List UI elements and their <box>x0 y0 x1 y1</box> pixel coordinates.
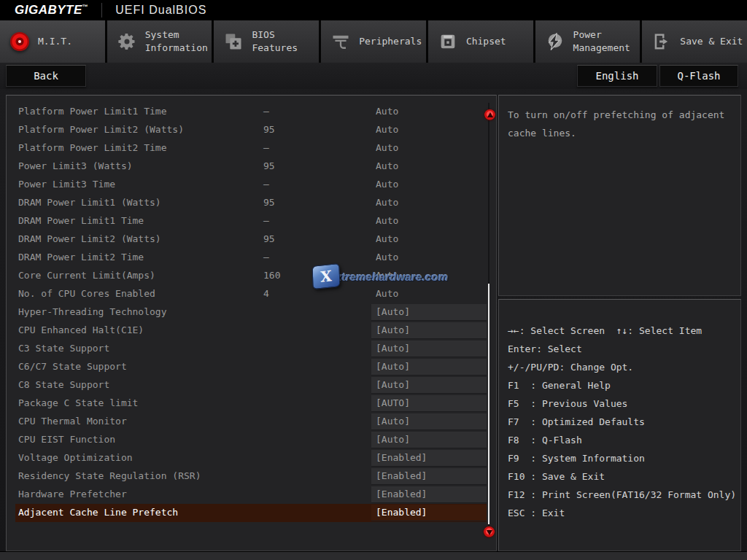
title-bar: GIGABYTE™ UEFI DualBIOS <box>0 0 747 20</box>
language-button[interactable]: English <box>577 65 657 87</box>
settings-row[interactable]: C8 State Support [Auto] <box>15 376 487 394</box>
setting-label: Power Limit3 Time <box>18 179 115 190</box>
shortcut-line: F7 : Optimized Defaults <box>508 413 740 431</box>
tab-save-exit[interactable]: Save & Exit <box>642 20 747 63</box>
tab-power-management[interactable]: Power Management <box>535 20 640 63</box>
help-panel: To turn on/off prefetching of adjacent c… <box>498 95 741 296</box>
titlebar-divider <box>101 3 102 18</box>
setting-label: Platform Power Limit2 (Watts) <box>18 124 184 135</box>
peripherals-icon <box>330 31 352 52</box>
tab-peripherals[interactable]: Peripherals <box>321 20 426 63</box>
settings-list: Platform Power Limit1 Time – Auto Platfo… <box>15 103 487 522</box>
setting-label: Hyper-Threading Technology <box>18 306 167 317</box>
setting-value-auto: Auto <box>376 215 398 226</box>
shortcut-line: F8 : Q-Flash <box>508 431 740 449</box>
lightning-icon <box>544 31 566 52</box>
settings-row[interactable]: C6/C7 State Support [Auto] <box>15 358 487 376</box>
settings-row[interactable]: CPU EIST Function [Auto] <box>15 431 487 449</box>
settings-row[interactable]: Platform Power Limit2 (Watts) 95 Auto <box>15 121 487 139</box>
settings-row[interactable]: Package C State limit [AUTO] <box>15 394 487 413</box>
setting-value-auto: Auto <box>376 142 398 153</box>
setting-label: Platform Power Limit2 Time <box>18 142 167 153</box>
settings-row[interactable]: DRAM Power Limit1 Time – Auto <box>15 212 487 230</box>
setting-value-boxed: [Auto] <box>371 413 487 430</box>
settings-row[interactable]: CPU Thermal Monitor [Auto] <box>15 413 487 431</box>
setting-value-auto: Auto <box>376 197 398 208</box>
setting-label: DRAM Power Limit2 (Watts) <box>18 233 161 244</box>
settings-row[interactable]: Platform Power Limit2 Time – Auto <box>15 139 487 158</box>
shortcut-line: →←: Select Screen ↑↓: Select Item <box>508 322 740 340</box>
scrollbar-thumb[interactable] <box>488 284 489 524</box>
gear-icon <box>116 31 138 52</box>
tab-chipset[interactable]: Chipset <box>428 20 533 63</box>
settings-row[interactable]: Voltage Optimization [Enabled] <box>15 449 487 467</box>
tab-label: Power Management <box>573 28 640 54</box>
bottom-strip <box>0 551 747 560</box>
tab-mit[interactable]: M.I.T. <box>0 20 105 63</box>
setting-value-mid: – <box>263 142 269 153</box>
setting-value-mid: 95 <box>263 197 275 208</box>
setting-label: DRAM Power Limit2 Time <box>18 252 144 262</box>
setting-label: CPU Enhanced Halt(C1E) <box>18 324 144 335</box>
setting-value-boxed: [Enabled] <box>371 450 487 467</box>
setting-value-boxed: [Auto] <box>371 304 487 321</box>
settings-row[interactable]: C3 State Support [Auto] <box>15 340 487 358</box>
qflash-button[interactable]: Q-Flash <box>659 65 738 87</box>
brand-text: GIGABYTE <box>15 3 82 17</box>
setting-value-mid: 95 <box>263 124 275 135</box>
setting-value-boxed: [Enabled] <box>371 468 487 485</box>
tab-label: Peripherals <box>359 35 422 48</box>
shortcut-line: F1 : General Help <box>508 376 740 394</box>
back-button[interactable]: Back <box>6 65 86 87</box>
setting-label: Residency State Regulation (RSR) <box>18 470 201 481</box>
tab-label: M.I.T. <box>38 35 72 48</box>
shortcut-line: ESC : Exit <box>508 504 740 522</box>
setting-label: Voltage Optimization <box>18 452 133 463</box>
tab-label: Save & Exit <box>680 35 743 48</box>
scroll-down-icon[interactable] <box>484 526 495 537</box>
tab-label: System Information <box>145 28 212 54</box>
shortcut-line: F5 : Previous Values <box>508 394 740 413</box>
setting-value-mid: – <box>263 252 269 262</box>
setting-value-mid: – <box>263 179 269 190</box>
settings-row[interactable]: Hardware Prefetcher [Enabled] <box>15 486 487 504</box>
chipset-icon <box>437 31 459 52</box>
help-text: To turn on/off prefetching of adjacent c… <box>508 106 727 142</box>
settings-row[interactable]: Hyper-Threading Technology [Auto] <box>15 303 487 322</box>
settings-row[interactable]: DRAM Power Limit2 (Watts) 95 Auto <box>15 230 487 249</box>
tab-bar: M.I.T. System Information BIOS Features … <box>0 20 747 63</box>
settings-row[interactable]: Adjacent Cache Line Prefetch [Enabled] <box>15 504 487 522</box>
settings-row[interactable]: Platform Power Limit1 Time – Auto <box>15 103 487 121</box>
bios-title: UEFI DualBIOS <box>115 4 206 17</box>
tab-system-information[interactable]: System Information <box>107 20 212 63</box>
bios-screen: GIGABYTE™ UEFI DualBIOS M.I.T. System In… <box>0 0 747 560</box>
mit-red-dot-icon <box>9 31 31 52</box>
setting-label: C3 State Support <box>18 343 109 354</box>
watermark-text: xtremehardware.com <box>336 271 449 283</box>
setting-label: DRAM Power Limit1 Time <box>18 215 144 226</box>
setting-value-mid: 160 <box>263 270 280 281</box>
scroll-up-icon[interactable] <box>484 109 495 120</box>
setting-value-mid: – <box>263 106 269 117</box>
setting-value-boxed: [AUTO] <box>371 395 487 412</box>
settings-row[interactable]: Power Limit3 (Watts) 95 Auto <box>15 158 487 176</box>
setting-label: C8 State Support <box>18 379 109 390</box>
settings-row[interactable]: DRAM Power Limit1 (Watts) 95 Auto <box>15 194 487 212</box>
tab-label: BIOS Features <box>252 28 319 54</box>
brand-trademark: ™ <box>82 4 89 10</box>
setting-value-auto: Auto <box>376 106 398 117</box>
settings-row[interactable]: CPU Enhanced Halt(C1E) [Auto] <box>15 322 487 340</box>
shortcut-line: +/-/PU/PD: Change Opt. <box>508 358 740 376</box>
setting-value-boxed: [Auto] <box>371 377 487 394</box>
setting-value-mid: – <box>263 215 269 226</box>
setting-label: C6/C7 State Support <box>18 361 127 372</box>
settings-row[interactable]: Residency State Regulation (RSR) [Enable… <box>15 467 487 486</box>
settings-row[interactable]: Power Limit3 Time – Auto <box>15 176 487 194</box>
tab-bios-features[interactable]: BIOS Features <box>214 20 319 63</box>
settings-panel: Platform Power Limit1 Time – Auto Platfo… <box>6 95 497 551</box>
gigabyte-logo: GIGABYTE™ <box>0 3 88 18</box>
shortcuts-panel: →←: Select Screen ↑↓: Select Item Enter:… <box>498 299 741 551</box>
scrollbar[interactable] <box>488 103 489 526</box>
watermark-x-icon: X <box>312 263 341 289</box>
setting-value-mid: 95 <box>263 233 275 244</box>
